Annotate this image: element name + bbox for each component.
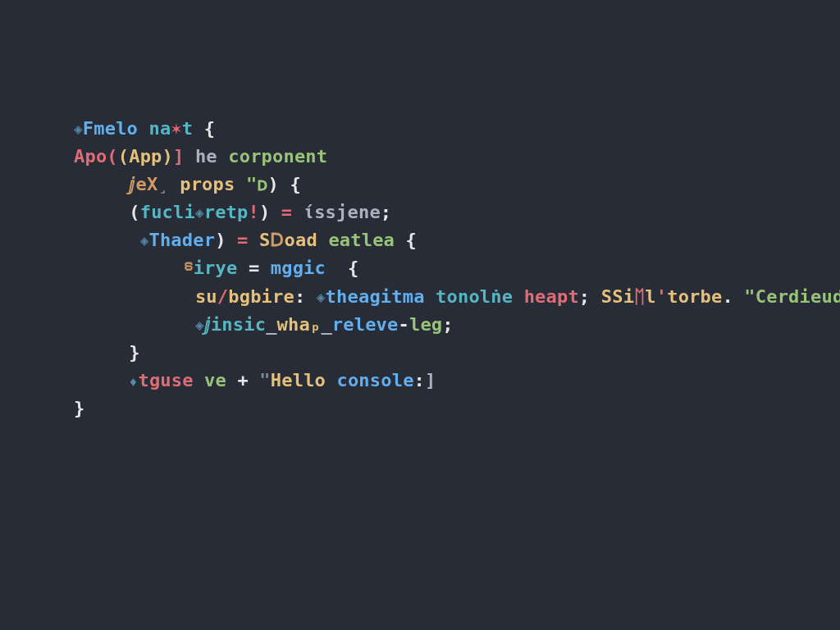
code-token: - bbox=[399, 314, 409, 335]
code-token: ⅉinsic bbox=[204, 314, 266, 335]
code-token: tonolṅe bbox=[436, 286, 524, 307]
code-token: Hello bbox=[271, 370, 337, 390]
code-token: . bbox=[722, 286, 744, 307]
code-token: t bbox=[182, 118, 204, 139]
code-line[interactable]: ⸹irye = mggic { bbox=[74, 254, 840, 282]
code-token: theagitma bbox=[326, 286, 436, 307]
code-token: ] bbox=[425, 370, 436, 390]
code-token: console bbox=[336, 370, 413, 390]
code-token: Apo( bbox=[74, 146, 118, 167]
code-token: / bbox=[217, 286, 228, 307]
code-token: ] bbox=[173, 146, 184, 167]
code-token: { bbox=[406, 230, 417, 250]
code-token: oad bbox=[285, 230, 329, 250]
code-token: S bbox=[259, 230, 270, 250]
code-token: na bbox=[148, 118, 171, 139]
code-token: ) bbox=[259, 202, 281, 222]
code-token: _ bbox=[266, 314, 276, 335]
code-token bbox=[184, 286, 194, 307]
code-token: ◈ bbox=[140, 232, 149, 249]
code-token: } bbox=[74, 398, 84, 418]
code-token: ve bbox=[204, 370, 237, 390]
code-token: he bbox=[184, 146, 228, 167]
code-token: heapt bbox=[524, 286, 579, 307]
code-token: releve bbox=[332, 314, 399, 335]
code-token: ⅉeX bbox=[129, 174, 158, 194]
code-token bbox=[129, 230, 139, 250]
code-token: corponent bbox=[228, 146, 327, 167]
code-token: ✶ bbox=[171, 118, 181, 139]
code-token: ! bbox=[249, 202, 259, 222]
code-token: ; bbox=[381, 202, 391, 222]
code-line[interactable]: ◈ⅉinsic_whaₚ_releve-leg; bbox=[74, 311, 840, 339]
code-token: ( bbox=[129, 202, 139, 222]
code-token: su bbox=[195, 286, 217, 307]
code-token: ) { bbox=[268, 174, 301, 194]
code-token: { bbox=[204, 118, 215, 139]
code-token: : bbox=[294, 286, 317, 307]
code-token bbox=[184, 314, 194, 335]
code-token: ⬧ bbox=[129, 372, 138, 389]
code-token: l bbox=[645, 286, 655, 307]
code-token: ◈ bbox=[195, 204, 204, 221]
code-token: fucli bbox=[140, 202, 195, 222]
code-token: _ bbox=[321, 314, 331, 335]
code-token: ◈ bbox=[317, 289, 326, 305]
code-line[interactable]: ◈Fmelo na✶t { bbox=[74, 115, 840, 143]
code-line[interactable]: ⅉeX¸ props "ᴅ) { bbox=[74, 171, 840, 199]
code-token: torbe bbox=[667, 286, 722, 307]
code-token: leg bbox=[409, 314, 442, 335]
code-line[interactable]: } bbox=[74, 395, 840, 422]
code-token: ⸹ bbox=[184, 258, 193, 278]
code-token: = bbox=[249, 258, 271, 278]
code-token: ◈ bbox=[195, 317, 204, 333]
code-token: "ᴅ bbox=[246, 174, 268, 194]
code-line[interactable]: } bbox=[74, 339, 840, 367]
code-token: ᛖ bbox=[634, 286, 645, 307]
code-token: = bbox=[237, 230, 259, 250]
code-token: ¸ bbox=[158, 174, 168, 194]
code-token: irye bbox=[194, 258, 249, 278]
code-token: retp bbox=[204, 202, 249, 222]
code-token: tguse bbox=[138, 370, 204, 390]
code-token: ; bbox=[442, 314, 453, 335]
code-token: bgbire bbox=[228, 286, 294, 307]
code-line[interactable]: Apo((App)] he corponent bbox=[74, 143, 840, 171]
code-token: mggic bbox=[271, 258, 326, 278]
code-token: SSi bbox=[601, 286, 634, 307]
code-line[interactable]: ◈Thader) = SⅮoad eatlea { bbox=[74, 226, 840, 254]
code-token: ◈ bbox=[74, 121, 83, 137]
code-token: props bbox=[169, 174, 246, 194]
code-line[interactable]: ⬧tguse ve + "Hello console:] bbox=[74, 367, 840, 395]
code-token: "Cerdieuds," bbox=[744, 286, 840, 307]
code-editor[interactable]: ◈Fmelo na✶t {Apo((App)] he corponent ⅉeX… bbox=[0, 0, 840, 422]
code-token: { bbox=[326, 258, 358, 278]
code-token: ) bbox=[215, 230, 237, 250]
code-token: ίssjene bbox=[304, 202, 381, 222]
code-token: = bbox=[281, 202, 304, 222]
code-token: ; bbox=[579, 286, 601, 307]
code-token: : bbox=[414, 370, 425, 390]
code-line[interactable]: su/bgbire: ◈theagitma tonolṅe heapt; SSi… bbox=[74, 283, 840, 311]
code-token: ' bbox=[656, 286, 667, 307]
code-token: " bbox=[259, 370, 270, 390]
code-token: eatlea bbox=[328, 230, 405, 250]
code-token: Fmelo bbox=[83, 118, 149, 139]
code-token: Thader bbox=[148, 230, 215, 250]
code-token: } bbox=[129, 342, 139, 363]
code-token: Ⅾ bbox=[270, 230, 284, 250]
code-line[interactable]: (fucli◈retp!) = ίssjene; bbox=[74, 199, 840, 226]
code-token: (App) bbox=[118, 146, 173, 167]
code-token: whaₚ bbox=[277, 314, 322, 335]
code-token: + bbox=[237, 370, 259, 390]
